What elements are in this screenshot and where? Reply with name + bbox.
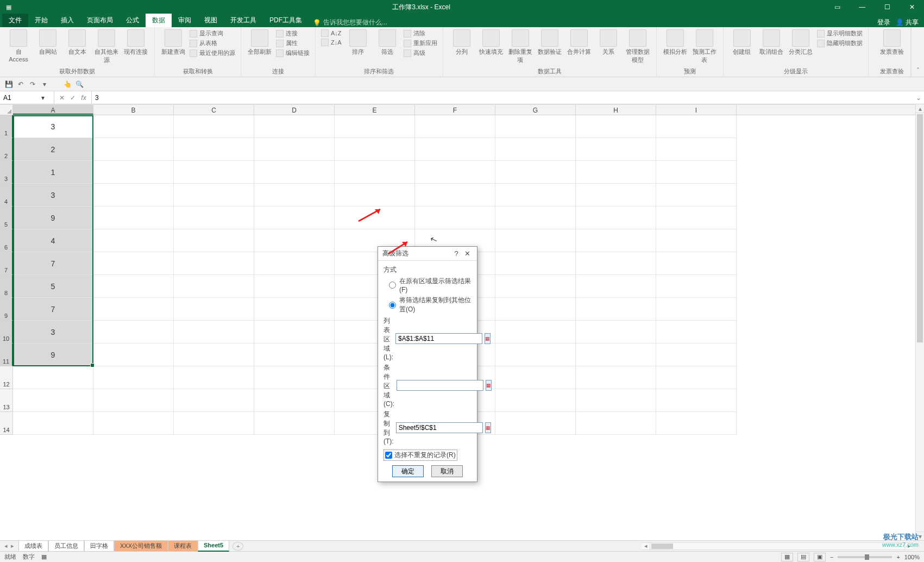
cell[interactable]: [335, 138, 415, 161]
tab-review[interactable]: 审阅: [172, 14, 198, 27]
cell[interactable]: [495, 184, 576, 207]
cell[interactable]: [415, 161, 495, 184]
row-header[interactable]: 9: [0, 298, 13, 321]
tab-formulas[interactable]: 公式: [120, 14, 146, 27]
cell[interactable]: [93, 138, 174, 161]
cell[interactable]: [93, 298, 174, 321]
cell[interactable]: [174, 366, 254, 389]
cell[interactable]: [495, 229, 576, 252]
dialog-help-icon[interactable]: ?: [451, 249, 462, 258]
row-header[interactable]: 10: [0, 321, 13, 344]
column-header[interactable]: G: [495, 105, 576, 115]
tab-data[interactable]: 数据: [146, 14, 172, 27]
row-header[interactable]: 2: [0, 138, 13, 161]
column-header[interactable]: C: [174, 105, 254, 115]
cell[interactable]: [576, 412, 656, 435]
tab-pdftools[interactable]: PDF工具集: [263, 14, 309, 27]
cell[interactable]: [335, 115, 415, 138]
row-header[interactable]: 11: [0, 344, 13, 366]
sheet-tab[interactable]: 课程表: [168, 541, 198, 552]
copy-to-input[interactable]: [396, 422, 483, 433]
cell[interactable]: [174, 207, 254, 229]
ribbon-small-button[interactable]: 显示明细数据: [817, 29, 863, 38]
column-header[interactable]: B: [93, 105, 174, 115]
cell[interactable]: [93, 389, 174, 412]
enter-formula-icon[interactable]: ✓: [68, 94, 77, 102]
cell[interactable]: [656, 207, 737, 229]
cell[interactable]: [576, 389, 656, 412]
cell[interactable]: [576, 252, 656, 275]
ribbon-button[interactable]: 全部刷新: [247, 29, 273, 56]
cancel-formula-icon[interactable]: ✕: [58, 94, 66, 102]
row-header[interactable]: 13: [0, 389, 13, 412]
cell[interactable]: [254, 275, 335, 298]
column-header[interactable]: I: [656, 105, 737, 115]
tab-insert[interactable]: 插入: [54, 14, 80, 27]
name-box-input[interactable]: [3, 94, 41, 102]
cell[interactable]: [93, 321, 174, 344]
cell[interactable]: [174, 252, 254, 275]
cell[interactable]: [174, 138, 254, 161]
cell[interactable]: [576, 138, 656, 161]
tab-pagelayout[interactable]: 页面布局: [80, 14, 120, 27]
cell[interactable]: [93, 344, 174, 366]
worksheet-grid[interactable]: ABCDEFGHI 132231435964778597103119121314…: [0, 104, 924, 540]
cell[interactable]: [656, 115, 737, 138]
save-icon[interactable]: 💾: [4, 80, 13, 89]
cell[interactable]: [576, 184, 656, 207]
cell[interactable]: [254, 321, 335, 344]
cell[interactable]: 9: [13, 344, 93, 366]
ribbon-button[interactable]: 自其他来源: [93, 29, 120, 64]
cell[interactable]: [576, 207, 656, 229]
ribbon-button[interactable]: 自文本: [64, 29, 90, 56]
copy-to-picker-icon[interactable]: ▦: [485, 422, 491, 433]
ribbon-button[interactable]: 取消组合: [758, 29, 784, 56]
cell[interactable]: 7: [13, 252, 93, 275]
list-range-input[interactable]: [395, 333, 482, 344]
ribbon-button[interactable]: 发票查验: [879, 29, 905, 56]
cell[interactable]: [174, 184, 254, 207]
cell[interactable]: [254, 298, 335, 321]
maximize-button[interactable]: ☐: [875, 0, 899, 14]
ribbon-button[interactable]: 关系: [595, 29, 621, 56]
ribbon-small-button[interactable]: 显示查询: [190, 29, 235, 38]
cell[interactable]: [495, 321, 576, 344]
column-header[interactable]: E: [335, 105, 415, 115]
sheet-nav[interactable]: ◂▸: [0, 542, 18, 549]
cell[interactable]: [495, 344, 576, 366]
scroll-up-icon[interactable]: ▴: [916, 104, 924, 113]
minimize-button[interactable]: —: [850, 0, 874, 14]
cell[interactable]: [93, 275, 174, 298]
formula-input[interactable]: [92, 94, 913, 102]
cell[interactable]: [254, 207, 335, 229]
cell[interactable]: [656, 344, 737, 366]
view-normal-icon[interactable]: ▦: [781, 553, 793, 561]
ribbon-small-button[interactable]: 连接: [276, 29, 310, 38]
ribbon-button[interactable]: 自 Access: [5, 29, 32, 63]
touch-mode-icon[interactable]: 👆: [63, 80, 72, 89]
cell[interactable]: [335, 207, 415, 229]
cell[interactable]: [254, 138, 335, 161]
row-header[interactable]: 3: [0, 161, 13, 184]
ribbon-button[interactable]: 分类汇总: [788, 29, 814, 56]
ribbon-button[interactable]: 分列: [449, 29, 475, 56]
ribbon-small-button[interactable]: 编辑链接: [276, 49, 310, 57]
cell[interactable]: [174, 229, 254, 252]
cell[interactable]: 4: [13, 229, 93, 252]
ribbon-button[interactable]: 管理数据模型: [625, 29, 651, 64]
collapse-ribbon-icon[interactable]: ˄: [911, 27, 924, 77]
cell[interactable]: [576, 275, 656, 298]
ribbon-small-button[interactable]: A↓Z: [321, 29, 342, 37]
cell[interactable]: [93, 184, 174, 207]
ribbon-small-button[interactable]: 清除: [404, 29, 437, 38]
cell[interactable]: [93, 412, 174, 435]
expand-formula-bar-icon[interactable]: ⌄: [913, 94, 924, 102]
cell[interactable]: [174, 115, 254, 138]
unique-records-checkbox[interactable]: 选择不重复的记录(R): [384, 449, 457, 461]
cell[interactable]: [576, 366, 656, 389]
ribbon-button[interactable]: 删除重复项: [507, 29, 533, 64]
sheet-tab[interactable]: 员工信息: [48, 541, 84, 552]
ribbon-small-button[interactable]: 属性: [276, 39, 310, 47]
cell[interactable]: 1: [13, 161, 93, 184]
sheet-tab[interactable]: Sheet5: [198, 541, 229, 552]
